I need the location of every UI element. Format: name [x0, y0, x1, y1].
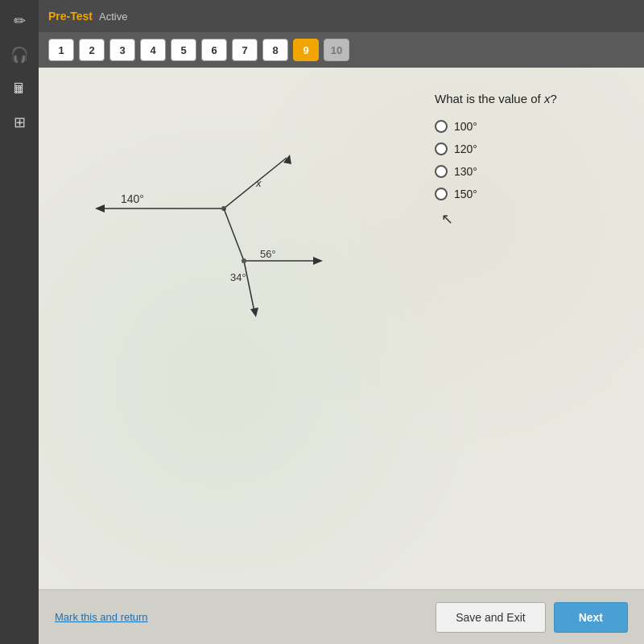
tab-9[interactable]: 9: [293, 39, 319, 61]
option-130-label: 130°: [454, 165, 477, 178]
headphone-icon[interactable]: 🎧: [5, 40, 34, 69]
question-area: What is the value of x? 100° 120° 130° 1…: [419, 84, 628, 228]
save-exit-button[interactable]: Save and Exit: [436, 602, 545, 633]
geometry-diagram: 140° x 56° 34°: [55, 84, 361, 341]
tab-7[interactable]: 7: [232, 39, 258, 61]
option-150[interactable]: 150°: [435, 188, 628, 200]
edit-icon[interactable]: ✏: [5, 6, 34, 35]
svg-marker-9: [250, 308, 258, 317]
calculator-icon[interactable]: 🖩: [5, 74, 34, 103]
svg-text:140°: 140°: [121, 192, 144, 205]
question-tabs: 1 2 3 4 5 6 7 8 9 10: [39, 32, 644, 68]
svg-point-10: [242, 258, 246, 263]
tab-2[interactable]: 2: [79, 39, 105, 61]
option-120[interactable]: 120°: [435, 142, 628, 155]
radio-100[interactable]: [435, 120, 448, 133]
tab-5[interactable]: 5: [171, 39, 196, 61]
bottom-bar: Mark this and return Save and Exit Next: [39, 589, 644, 644]
diagram-area: 140° x 56° 34°: [55, 84, 419, 345]
option-130[interactable]: 130°: [435, 165, 628, 178]
tab-4[interactable]: 4: [140, 39, 166, 61]
cursor-indicator: ↖: [441, 211, 453, 227]
svg-text:x: x: [255, 177, 262, 189]
bottom-buttons: Save and Exit Next: [436, 602, 628, 633]
svg-line-8: [244, 261, 254, 312]
page-title: Pre-Test: [48, 10, 93, 23]
tab-6[interactable]: 6: [201, 39, 227, 61]
tab-1[interactable]: 1: [48, 39, 74, 61]
topbar: Pre-Test Active: [39, 0, 644, 32]
radio-120[interactable]: [435, 142, 448, 155]
svg-text:56°: 56°: [260, 248, 276, 260]
option-100[interactable]: 100°: [435, 120, 628, 133]
question-text: What is the value of x?: [435, 92, 628, 105]
active-status: Active: [99, 10, 127, 23]
svg-text:34°: 34°: [230, 271, 246, 283]
radio-130[interactable]: [435, 165, 448, 178]
option-150-label: 150°: [454, 188, 477, 200]
grid-icon[interactable]: ⊞: [5, 108, 34, 137]
sidebar: ✏ 🎧 🖩 ⊞: [0, 0, 39, 644]
svg-line-2: [224, 158, 287, 208]
main-content: 140° x 56° 34° What is the value of x? 1…: [39, 68, 644, 589]
svg-line-5: [224, 208, 244, 261]
option-100-label: 100°: [454, 120, 477, 133]
tab-10[interactable]: 10: [324, 39, 349, 61]
mark-return-link[interactable]: Mark this and return: [55, 611, 436, 623]
radio-150[interactable]: [435, 188, 448, 200]
svg-marker-7: [313, 257, 323, 265]
next-button[interactable]: Next: [554, 602, 628, 633]
option-120-label: 120°: [454, 142, 477, 155]
tab-8[interactable]: 8: [262, 39, 288, 61]
tab-3[interactable]: 3: [109, 39, 135, 61]
svg-marker-1: [95, 204, 105, 213]
